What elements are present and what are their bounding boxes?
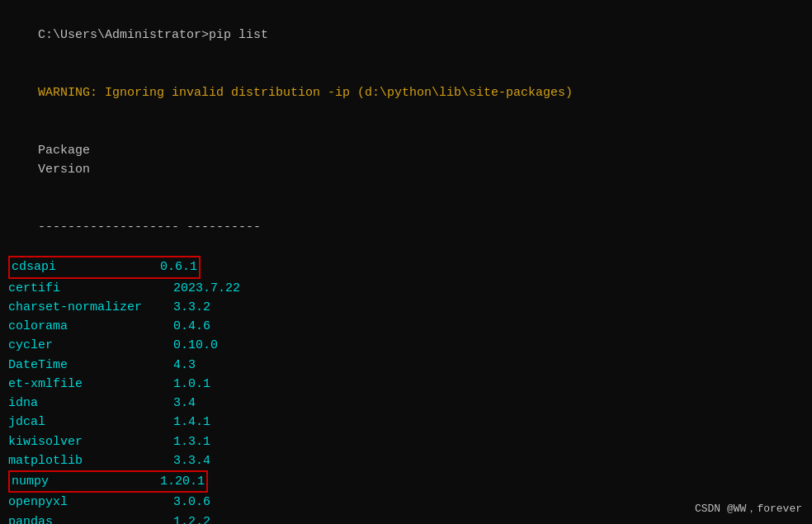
table-row: jdcal1.4.1 (8, 413, 804, 432)
package-name: openpyxl (8, 493, 173, 512)
package-version: 3.3.4 (173, 454, 210, 468)
table-row: matplotlib3.3.4 (8, 451, 804, 470)
table-row: cdsapi 0.6.1 (8, 256, 804, 278)
warning-line: WARNING: Ignoring invalid distribution -… (8, 64, 804, 122)
package-version: 0.4.6 (173, 319, 210, 333)
package-name: et-xmlfile (8, 375, 173, 394)
table-row: colorama0.4.6 (8, 317, 804, 336)
prompt-line: C:\Users\Administrator>pip list (8, 7, 804, 64)
package-version: 3.4 (173, 396, 196, 410)
table-row: et-xmlfile1.0.1 (8, 375, 804, 394)
package-name: kiwisolver (8, 432, 173, 451)
terminal-window: C:\Users\Administrator>pip list WARNING:… (0, 0, 812, 524)
package-version: 1.3.1 (173, 435, 210, 449)
package-table: cdsapi 0.6.1certifi2023.7.22charset-norm… (8, 256, 804, 524)
table-row: certifi2023.7.22 (8, 279, 804, 298)
package-name: pandas (8, 512, 173, 525)
package-version: 3.3.2 (173, 300, 210, 314)
package-name: certifi (8, 279, 173, 298)
watermark: CSDN @WW，forever (695, 501, 802, 516)
highlighted-package: cdsapi 0.6.1 (8, 256, 201, 278)
table-row: pandas1.2.2 (8, 512, 804, 525)
package-version: 1.4.1 (173, 415, 210, 429)
table-row: idna3.4 (8, 394, 804, 413)
table-row: openpyxl3.0.6 (8, 493, 804, 512)
separator-line: ------------------- ---------- (8, 199, 804, 257)
header-version: Version (38, 163, 90, 177)
package-version: 1.2.2 (173, 515, 210, 525)
warning-text: WARNING: Ignoring invalid distribution -… (38, 86, 573, 100)
table-row: cycler0.10.0 (8, 336, 804, 355)
package-version: 1.0.1 (173, 377, 210, 391)
package-name: charset-normalizer (8, 298, 173, 317)
package-name: DateTime (8, 356, 173, 375)
prompt-text: C:\Users\Administrator>pip list (38, 28, 268, 42)
package-version: 2023.7.22 (173, 281, 240, 295)
header-package: Package (38, 141, 203, 160)
separator-text: ------------------- ---------- (38, 220, 261, 234)
header-line: Package Version (8, 122, 804, 199)
table-row: kiwisolver1.3.1 (8, 432, 804, 451)
table-row: DateTime4.3 (8, 356, 804, 375)
package-version: 3.0.6 (173, 495, 210, 509)
package-name: idna (8, 394, 173, 413)
package-name: matplotlib (8, 451, 173, 470)
table-row: charset-normalizer3.3.2 (8, 298, 804, 317)
table-row: numpy 1.20.1 (8, 470, 804, 493)
package-name: cycler (8, 336, 173, 355)
highlighted-package: numpy 1.20.1 (8, 470, 208, 493)
package-version: 0.10.0 (173, 338, 218, 352)
package-name: jdcal (8, 413, 173, 432)
package-version: 4.3 (173, 358, 196, 372)
package-name: colorama (8, 317, 173, 336)
